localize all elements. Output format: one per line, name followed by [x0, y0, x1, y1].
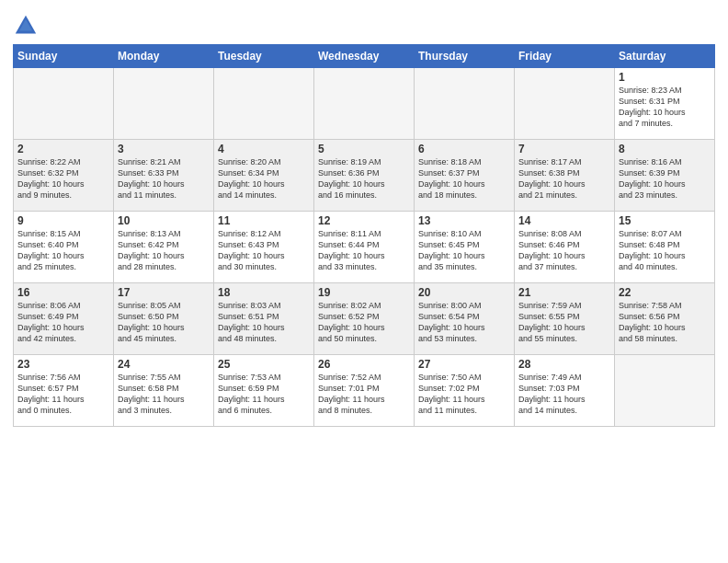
day-number: 24 [118, 358, 210, 371]
calendar-header-monday: Monday [114, 45, 214, 68]
calendar-cell: 12Sunrise: 8:11 AM Sunset: 6:44 PM Dayli… [314, 212, 415, 283]
day-number: 25 [218, 358, 310, 371]
day-info: Sunrise: 7:49 AM Sunset: 7:03 PM Dayligh… [518, 372, 610, 417]
day-number: 17 [118, 286, 210, 299]
day-number: 6 [418, 143, 510, 155]
day-info: Sunrise: 8:11 AM Sunset: 6:44 PM Dayligh… [318, 228, 410, 273]
calendar-header-wednesday: Wednesday [314, 45, 415, 68]
day-info: Sunrise: 7:55 AM Sunset: 6:58 PM Dayligh… [118, 372, 210, 417]
day-number: 12 [318, 214, 410, 227]
day-number: 19 [318, 286, 410, 299]
calendar-cell: 13Sunrise: 8:10 AM Sunset: 6:45 PM Dayli… [415, 212, 515, 283]
calendar-cell: 21Sunrise: 7:59 AM Sunset: 6:55 PM Dayli… [515, 283, 615, 355]
day-number: 16 [17, 286, 109, 299]
day-number: 26 [318, 358, 410, 371]
calendar-cell [114, 68, 214, 140]
calendar-cell: 6Sunrise: 8:18 AM Sunset: 6:37 PM Daylig… [415, 140, 515, 212]
calendar-cell: 2Sunrise: 8:22 AM Sunset: 6:32 PM Daylig… [14, 140, 114, 212]
day-number: 18 [218, 286, 310, 299]
day-info: Sunrise: 8:17 AM Sunset: 6:38 PM Dayligh… [518, 156, 610, 201]
calendar-cell [14, 68, 114, 140]
calendar-cell: 18Sunrise: 8:03 AM Sunset: 6:51 PM Dayli… [214, 283, 314, 355]
calendar-cell: 19Sunrise: 8:02 AM Sunset: 6:52 PM Dayli… [314, 283, 415, 355]
calendar-cell [515, 68, 615, 140]
day-number: 23 [17, 358, 109, 371]
day-info: Sunrise: 7:59 AM Sunset: 6:55 PM Dayligh… [518, 300, 610, 345]
calendar-cell: 17Sunrise: 8:05 AM Sunset: 6:50 PM Dayli… [114, 283, 214, 355]
day-info: Sunrise: 8:03 AM Sunset: 6:51 PM Dayligh… [218, 300, 310, 345]
calendar-cell: 15Sunrise: 8:07 AM Sunset: 6:48 PM Dayli… [615, 212, 715, 283]
day-info: Sunrise: 8:08 AM Sunset: 6:46 PM Dayligh… [518, 228, 610, 273]
day-info: Sunrise: 8:21 AM Sunset: 6:33 PM Dayligh… [118, 156, 210, 201]
day-number: 5 [318, 143, 410, 155]
day-info: Sunrise: 7:53 AM Sunset: 6:59 PM Dayligh… [218, 372, 310, 417]
day-number: 27 [418, 358, 510, 371]
calendar-week-row: 23Sunrise: 7:56 AM Sunset: 6:57 PM Dayli… [14, 355, 715, 427]
calendar-cell: 5Sunrise: 8:19 AM Sunset: 6:36 PM Daylig… [314, 140, 415, 212]
day-info: Sunrise: 8:10 AM Sunset: 6:45 PM Dayligh… [418, 228, 510, 273]
day-info: Sunrise: 7:58 AM Sunset: 6:56 PM Dayligh… [619, 300, 711, 345]
calendar-cell [415, 68, 515, 140]
day-info: Sunrise: 8:18 AM Sunset: 6:37 PM Dayligh… [418, 156, 510, 201]
calendar-cell: 7Sunrise: 8:17 AM Sunset: 6:38 PM Daylig… [515, 140, 615, 212]
day-info: Sunrise: 8:19 AM Sunset: 6:36 PM Dayligh… [318, 156, 410, 201]
day-number: 22 [619, 286, 711, 299]
calendar-cell [314, 68, 415, 140]
day-info: Sunrise: 8:05 AM Sunset: 6:50 PM Dayligh… [118, 300, 210, 345]
calendar-header-saturday: Saturday [615, 45, 715, 68]
day-number: 3 [118, 143, 210, 155]
day-number: 21 [518, 286, 610, 299]
day-info: Sunrise: 8:22 AM Sunset: 6:32 PM Dayligh… [17, 156, 109, 201]
calendar-cell: 14Sunrise: 8:08 AM Sunset: 6:46 PM Dayli… [515, 212, 615, 283]
day-info: Sunrise: 7:56 AM Sunset: 6:57 PM Dayligh… [17, 372, 109, 417]
calendar-cell: 24Sunrise: 7:55 AM Sunset: 6:58 PM Dayli… [114, 355, 214, 427]
day-info: Sunrise: 8:13 AM Sunset: 6:42 PM Dayligh… [118, 228, 210, 273]
calendar-header-thursday: Thursday [415, 45, 515, 68]
calendar-cell: 27Sunrise: 7:50 AM Sunset: 7:02 PM Dayli… [415, 355, 515, 427]
calendar-cell: 25Sunrise: 7:53 AM Sunset: 6:59 PM Dayli… [214, 355, 314, 427]
day-number: 10 [118, 214, 210, 227]
day-number: 4 [218, 143, 310, 155]
day-number: 8 [619, 143, 711, 155]
calendar-week-row: 2Sunrise: 8:22 AM Sunset: 6:32 PM Daylig… [14, 140, 715, 212]
day-number: 14 [518, 214, 610, 227]
day-info: Sunrise: 8:00 AM Sunset: 6:54 PM Dayligh… [418, 300, 510, 345]
calendar-week-row: 16Sunrise: 8:06 AM Sunset: 6:49 PM Dayli… [14, 283, 715, 355]
calendar-cell: 26Sunrise: 7:52 AM Sunset: 7:01 PM Dayli… [314, 355, 415, 427]
calendar-cell: 9Sunrise: 8:15 AM Sunset: 6:40 PM Daylig… [14, 212, 114, 283]
day-info: Sunrise: 8:12 AM Sunset: 6:43 PM Dayligh… [218, 228, 310, 273]
calendar-cell: 8Sunrise: 8:16 AM Sunset: 6:39 PM Daylig… [615, 140, 715, 212]
calendar-cell: 4Sunrise: 8:20 AM Sunset: 6:34 PM Daylig… [214, 140, 314, 212]
day-info: Sunrise: 8:20 AM Sunset: 6:34 PM Dayligh… [218, 156, 310, 201]
day-number: 1 [619, 71, 711, 84]
calendar-week-row: 9Sunrise: 8:15 AM Sunset: 6:40 PM Daylig… [14, 212, 715, 283]
calendar-cell [615, 355, 715, 427]
day-number: 15 [619, 214, 711, 227]
day-info: Sunrise: 7:50 AM Sunset: 7:02 PM Dayligh… [418, 372, 510, 417]
calendar-header-row: SundayMondayTuesdayWednesdayThursdayFrid… [14, 45, 715, 68]
calendar-cell: 28Sunrise: 7:49 AM Sunset: 7:03 PM Dayli… [515, 355, 615, 427]
day-number: 2 [17, 143, 109, 155]
calendar-cell: 11Sunrise: 8:12 AM Sunset: 6:43 PM Dayli… [214, 212, 314, 283]
calendar-cell [214, 68, 314, 140]
calendar-cell: 22Sunrise: 7:58 AM Sunset: 6:56 PM Dayli… [615, 283, 715, 355]
day-number: 9 [17, 214, 109, 227]
logo-icon [13, 13, 39, 39]
day-info: Sunrise: 8:02 AM Sunset: 6:52 PM Dayligh… [318, 300, 410, 345]
day-number: 7 [518, 143, 610, 155]
day-info: Sunrise: 8:07 AM Sunset: 6:48 PM Dayligh… [619, 228, 711, 273]
day-info: Sunrise: 8:16 AM Sunset: 6:39 PM Dayligh… [619, 156, 711, 201]
calendar-cell: 1Sunrise: 8:23 AM Sunset: 6:31 PM Daylig… [615, 68, 715, 140]
day-info: Sunrise: 8:23 AM Sunset: 6:31 PM Dayligh… [619, 85, 711, 130]
day-info: Sunrise: 7:52 AM Sunset: 7:01 PM Dayligh… [318, 372, 410, 417]
day-number: 13 [418, 214, 510, 227]
calendar-cell: 10Sunrise: 8:13 AM Sunset: 6:42 PM Dayli… [114, 212, 214, 283]
calendar-cell: 16Sunrise: 8:06 AM Sunset: 6:49 PM Dayli… [14, 283, 114, 355]
calendar-cell: 23Sunrise: 7:56 AM Sunset: 6:57 PM Dayli… [14, 355, 114, 427]
logo [13, 13, 40, 39]
day-info: Sunrise: 8:15 AM Sunset: 6:40 PM Dayligh… [17, 228, 109, 273]
calendar-table: SundayMondayTuesdayWednesdayThursdayFrid… [13, 44, 715, 427]
calendar-header-friday: Friday [515, 45, 615, 68]
calendar-header-tuesday: Tuesday [214, 45, 314, 68]
calendar-week-row: 1Sunrise: 8:23 AM Sunset: 6:31 PM Daylig… [14, 68, 715, 140]
